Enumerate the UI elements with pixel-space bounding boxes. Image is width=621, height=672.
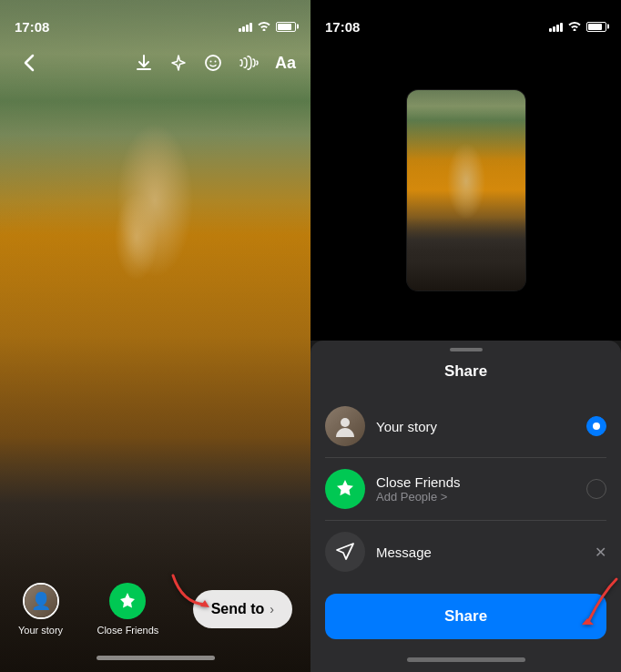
your-story-radio[interactable] bbox=[586, 416, 606, 436]
message-share-option[interactable]: Message ✕ bbox=[310, 521, 621, 583]
sticker-icon[interactable] bbox=[204, 54, 222, 72]
top-actions: Aa bbox=[135, 54, 296, 73]
send-to-chevron-icon: › bbox=[270, 602, 274, 616]
right-battery-icon bbox=[586, 22, 606, 32]
home-indicator-left bbox=[0, 647, 310, 668]
sheet-handle bbox=[450, 348, 483, 351]
message-title: Message bbox=[376, 545, 606, 560]
left-time: 17:08 bbox=[15, 19, 49, 35]
right-signal-icon bbox=[549, 21, 563, 32]
message-close-icon[interactable]: ✕ bbox=[595, 544, 606, 561]
svg-marker-5 bbox=[582, 618, 594, 625]
message-info: Message bbox=[376, 545, 606, 560]
close-friends-share-title: Close Friends bbox=[376, 474, 575, 490]
share-sheet-title: Share bbox=[310, 362, 621, 381]
your-story-share-avatar bbox=[325, 406, 365, 446]
right-wifi-icon bbox=[567, 18, 582, 35]
story-preview bbox=[310, 40, 621, 341]
audio-icon[interactable] bbox=[239, 56, 259, 70]
close-friends-share-option[interactable]: Close Friends Add People > bbox=[310, 458, 621, 520]
svg-point-2 bbox=[214, 61, 216, 63]
send-to-text: Send to bbox=[211, 601, 265, 617]
signal-icon bbox=[239, 21, 252, 32]
svg-point-1 bbox=[209, 61, 211, 63]
left-bottom-bar: 👤 Your story Close Friends Send to › bbox=[0, 572, 310, 672]
close-friends-option[interactable]: Close Friends bbox=[97, 583, 158, 636]
right-status-bar: 17:08 bbox=[310, 0, 621, 40]
close-friends-radio[interactable] bbox=[586, 479, 606, 499]
wifi-icon bbox=[257, 20, 271, 34]
back-button[interactable] bbox=[15, 48, 44, 77]
right-status-icons bbox=[549, 18, 606, 35]
download-icon[interactable] bbox=[135, 54, 153, 72]
your-story-share-option[interactable]: Your story bbox=[310, 395, 621, 457]
close-friends-info: Close Friends Add People > bbox=[376, 474, 575, 504]
close-friends-label: Close Friends bbox=[97, 625, 158, 636]
home-indicator-right bbox=[310, 647, 621, 672]
svg-point-0 bbox=[206, 56, 220, 70]
red-arrow-right bbox=[562, 575, 621, 633]
story-preview-phone bbox=[407, 90, 525, 290]
right-time: 17:08 bbox=[325, 19, 360, 35]
svg-point-4 bbox=[341, 418, 350, 427]
left-top-bar: Aa bbox=[0, 40, 310, 86]
battery-icon bbox=[276, 22, 296, 32]
right-phone-panel: 17:08 Share bbox=[310, 0, 621, 672]
share-sheet: Share Your story bbox=[310, 341, 621, 672]
close-friends-share-avatar bbox=[325, 469, 365, 509]
your-story-label: Your story bbox=[18, 625, 63, 636]
close-friends-avatar bbox=[109, 583, 146, 619]
message-share-avatar bbox=[325, 532, 365, 572]
left-status-icons bbox=[239, 20, 296, 34]
sparkle-icon[interactable] bbox=[169, 54, 188, 72]
your-story-info: Your story bbox=[376, 419, 575, 434]
your-story-option[interactable]: 👤 Your story bbox=[18, 583, 63, 636]
close-friends-subtitle[interactable]: Add People > bbox=[376, 490, 575, 504]
story-options: 👤 Your story Close Friends Send to › bbox=[0, 572, 310, 647]
left-phone-panel: 17:08 bbox=[0, 0, 310, 672]
left-status-bar: 17:08 bbox=[0, 0, 310, 40]
red-arrow-indicator bbox=[164, 566, 219, 616]
your-story-title: Your story bbox=[376, 419, 575, 434]
your-story-avatar: 👤 bbox=[23, 583, 59, 619]
text-icon[interactable]: Aa bbox=[275, 54, 296, 73]
